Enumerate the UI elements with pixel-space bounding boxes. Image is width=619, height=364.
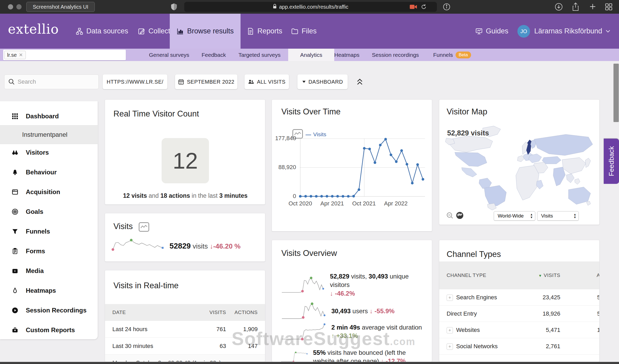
grid-icon bbox=[12, 113, 18, 120]
bar-chart-icon bbox=[177, 28, 184, 35]
search-input[interactable] bbox=[18, 78, 91, 85]
sidebar-item-instrumentpanel[interactable]: Instrumentpanel bbox=[0, 125, 98, 144]
site-filter-box[interactable]: lr.se ✕ bbox=[3, 50, 126, 60]
visits-over-time-card: Visits Over Time —Visits 177,840 88,920 … bbox=[272, 99, 432, 231]
overview-sparkline bbox=[280, 274, 325, 296]
nav-item-data-sources[interactable]: Data sources bbox=[69, 14, 135, 49]
sidebar-item-visitors[interactable]: Visitors bbox=[0, 145, 98, 160]
window-bottom-edge bbox=[0, 362, 619, 364]
table-row[interactable]: + Search Engines 23,425 5 bbox=[439, 289, 599, 305]
nav-item-reports[interactable]: Reports bbox=[240, 14, 289, 49]
card-title: Visits in Real-time bbox=[113, 281, 179, 290]
period-selector-button[interactable]: SEPTEMBER 2022 bbox=[175, 74, 237, 89]
nav-item-browse-results[interactable]: Browse results bbox=[170, 14, 241, 49]
select-arrows-icon: ▲▼ bbox=[530, 213, 533, 219]
info-icon[interactable] bbox=[443, 3, 450, 12]
x-tick-label: Apr 2022 bbox=[380, 200, 412, 207]
table-row[interactable]: Direct Entry 18,926 5 bbox=[439, 305, 599, 322]
window-control-dot[interactable] bbox=[16, 4, 22, 9]
zoom-out-icon[interactable] bbox=[446, 212, 454, 221]
url-bar[interactable]: app.extellio.com/results/traffic bbox=[184, 2, 437, 12]
collapse-icon[interactable] bbox=[356, 78, 364, 87]
share-icon[interactable] bbox=[572, 2, 580, 12]
expand-icon[interactable]: + bbox=[447, 295, 453, 301]
filter-chip[interactable]: lr.se ✕ bbox=[4, 51, 26, 59]
tab-general-surveys[interactable]: General surveys bbox=[144, 49, 194, 61]
funnel-icon bbox=[12, 228, 18, 235]
tab-heatmaps[interactable]: Heatmaps bbox=[330, 49, 364, 61]
sitemap-icon bbox=[76, 28, 83, 35]
sidebar-item-session-recordings[interactable]: Session Recordings bbox=[0, 303, 98, 318]
tab-funnels[interactable]: Funnels Beta bbox=[428, 49, 476, 61]
edit-icon bbox=[138, 28, 145, 35]
sidebar-item-acquisition[interactable]: Acquisition bbox=[0, 184, 98, 200]
sidebar-item-goals[interactable]: Goals bbox=[0, 204, 98, 219]
realtime-count-card: Real Time Visitor Count 12 12 visits and… bbox=[105, 99, 265, 205]
nav-guides[interactable]: Guides bbox=[468, 14, 515, 49]
camera-icon[interactable] bbox=[410, 4, 417, 11]
map-metric-select[interactable]: Visits ▲▼ bbox=[537, 211, 579, 221]
expand-icon[interactable]: + bbox=[447, 343, 453, 350]
overview-row: 52,829 visits, 30,493 unique visitors ↓ … bbox=[280, 272, 427, 298]
browser-chrome: Screenshot Analytics UI app.extellio.com… bbox=[0, 0, 619, 14]
dashboard-selector-button[interactable]: DASHBOARD bbox=[297, 74, 348, 89]
new-tab-icon[interactable] bbox=[589, 3, 596, 11]
shield-icon[interactable] bbox=[171, 3, 177, 12]
droplet-icon bbox=[12, 287, 18, 294]
table-header: CHANNEL TYPE ▼VISITS ACTIONS bbox=[439, 261, 599, 289]
visits-summary: 52829 visits ↓-46.20 % bbox=[169, 242, 241, 250]
globe-icon[interactable] bbox=[456, 211, 464, 221]
feedback-button[interactable]: Feedback bbox=[604, 139, 619, 184]
target-icon bbox=[12, 208, 18, 215]
card-title: Visits bbox=[113, 222, 149, 232]
chart-image-icon[interactable] bbox=[139, 222, 149, 232]
x-tick-label: Apr 2021 bbox=[316, 200, 348, 207]
browser-tab[interactable]: Screenshot Analytics UI bbox=[26, 2, 95, 12]
overview-sparkline bbox=[280, 300, 327, 322]
table-row[interactable]: + Websites 5,471 1 bbox=[439, 322, 599, 338]
search-icon bbox=[8, 78, 15, 85]
scrollbar-thumb[interactable] bbox=[613, 64, 619, 122]
account-name: Lärarnas Riksförbund bbox=[534, 27, 602, 35]
sidebar-item-custom-reports[interactable]: Custom Reports bbox=[0, 322, 98, 338]
sidebar-item-dashboard[interactable]: Dashboard bbox=[0, 109, 98, 124]
folder-icon bbox=[291, 28, 298, 35]
nav-item-files[interactable]: Files bbox=[284, 14, 323, 49]
select-arrows-icon: ▲▼ bbox=[573, 213, 576, 219]
table-row[interactable]: + Social Networks 2,761 bbox=[439, 338, 599, 354]
people-icon bbox=[248, 79, 254, 85]
visits-sparkline bbox=[111, 236, 165, 257]
realtime-count-value: 12 bbox=[162, 138, 209, 183]
reload-icon[interactable] bbox=[421, 4, 427, 11]
browser-tab-title: Screenshot Analytics UI bbox=[33, 4, 88, 10]
site-selector-button[interactable]: HTTPS://WWW.LR.SE/ bbox=[103, 74, 167, 89]
tab-session-recordings[interactable]: Session recordings bbox=[367, 49, 424, 61]
download-icon[interactable] bbox=[555, 3, 563, 12]
account-menu[interactable]: Lärarnas Riksförbund bbox=[534, 14, 611, 49]
sidebar-item-media[interactable]: Media bbox=[0, 263, 98, 279]
map-region-select[interactable]: World-Wide ▲▼ bbox=[494, 211, 535, 221]
sidebar-item-behaviour[interactable]: Behaviour bbox=[0, 165, 98, 180]
sort-desc-icon[interactable]: ▼ bbox=[538, 274, 542, 278]
visits-card: Visits 52829 visits ↓-46.20 % bbox=[105, 213, 265, 262]
binoculars-icon bbox=[12, 149, 18, 156]
sidebar-item-forms[interactable]: Forms bbox=[0, 244, 98, 259]
tab-feedback[interactable]: Feedback bbox=[197, 49, 231, 61]
sidebar-item-heatmaps[interactable]: Heatmaps bbox=[0, 283, 98, 298]
presentation-icon bbox=[475, 28, 483, 35]
line-chart bbox=[298, 136, 425, 198]
window-control-dot[interactable] bbox=[8, 4, 13, 9]
expand-icon[interactable]: + bbox=[447, 327, 453, 333]
media-icon bbox=[12, 267, 18, 274]
card-title: Real Time Visitor Count bbox=[113, 109, 199, 119]
lock-icon bbox=[273, 4, 277, 10]
chip-close-icon[interactable]: ✕ bbox=[19, 52, 23, 58]
tab-overview-icon[interactable] bbox=[605, 3, 613, 12]
tab-targeted-surveys[interactable]: Targeted surveys bbox=[234, 49, 285, 61]
avatar[interactable]: JO bbox=[517, 25, 530, 38]
segment-selector-button[interactable]: ALL VISITS bbox=[244, 74, 289, 89]
tab-analytics[interactable]: Analytics bbox=[288, 49, 334, 61]
search-box[interactable] bbox=[4, 74, 99, 89]
logo[interactable]: extellio bbox=[8, 22, 59, 37]
sidebar-item-funnels[interactable]: Funnels bbox=[0, 224, 98, 239]
